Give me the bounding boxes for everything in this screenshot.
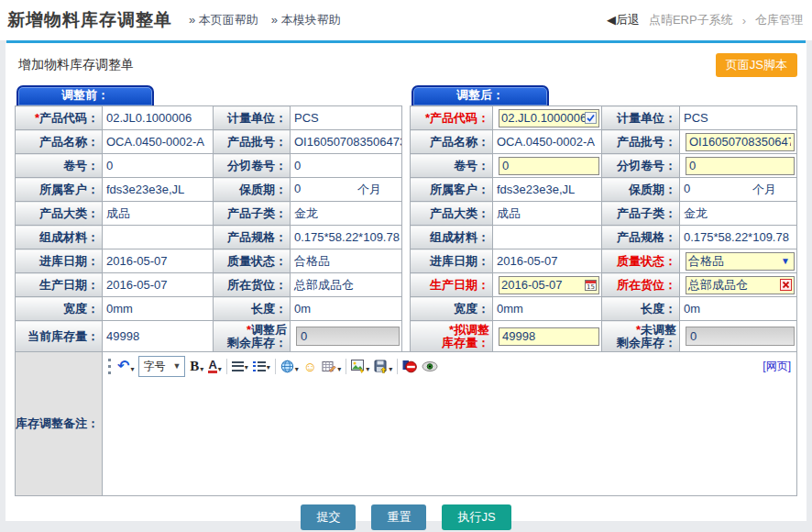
label-spec-after: 产品规格： [602, 226, 680, 249]
preview-eye-icon[interactable] [422, 360, 438, 372]
label-shelf-life: 保质期： [214, 178, 291, 202]
bold-icon[interactable]: B▾ [190, 360, 203, 373]
toolbar-separator [226, 359, 227, 374]
after-table: *产品代码： 计量单位： PCS 产品名称： OCA.0450-0002-A 产… [410, 105, 797, 352]
run-js-button[interactable]: 执行JS [442, 504, 510, 530]
value-category-after: 成品 [493, 202, 602, 226]
value-roll-no-after [493, 154, 602, 178]
remark-content-area[interactable] [103, 380, 796, 495]
help-page-link[interactable]: » 本页面帮助 [189, 12, 258, 28]
chevron-down-icon: ▼ [781, 256, 792, 266]
proposed-stock-input[interactable] [499, 327, 599, 346]
value-length-after: 0m [680, 297, 797, 321]
align-icon[interactable]: ▾ [232, 361, 248, 371]
value-proposed-stock [493, 321, 602, 352]
after-panel: 调整后： *产品代码： 计量单位： PCS 产品名称： O [410, 85, 797, 352]
value-width: 0mm [103, 297, 214, 321]
value-spec-after: 0.175*58.22*109.78 [680, 226, 797, 249]
svg-text:15: 15 [587, 283, 595, 291]
label-slit-roll-no-after: 分切卷号： [602, 154, 680, 178]
page-js-script-button[interactable]: 页面JS脚本 [716, 53, 797, 77]
label-subcategory: 产品子类： [214, 202, 291, 226]
label-batch-no-after: 产品批号： [602, 130, 680, 154]
location-input[interactable] [688, 278, 780, 293]
label-slit-roll-no: 分切卷号： [214, 154, 291, 178]
value-unit-after: PCS [680, 106, 797, 130]
label-category: 产品大类： [16, 202, 103, 226]
value-inbound-date-after: 2016-05-07 [493, 249, 602, 273]
value-production-date-after: 15 [493, 273, 602, 297]
value-roll-no: 0 [103, 154, 214, 178]
submit-button[interactable]: 提交 [301, 504, 356, 530]
toolbar-separator [346, 359, 346, 374]
slit-roll-no-input[interactable] [686, 157, 795, 175]
label-proposed-stock: *拟调整 库存量： [411, 321, 493, 352]
top-header: 新增物料库存调整单 » 本页面帮助 » 本模块帮助 ◀后退 点晴ERP子系统 ›… [0, 0, 812, 40]
reset-button[interactable]: 重置 [371, 504, 426, 530]
label-length: 长度： [214, 297, 291, 321]
batch-no-input[interactable] [686, 133, 795, 151]
label-roll-no: 卷号： [16, 154, 103, 178]
value-product-name: OCA.0450-0002-A [103, 130, 214, 154]
breadcrumb-system[interactable]: 点晴ERP子系统 [649, 12, 733, 28]
label-width: 宽度： [16, 297, 103, 321]
footer-buttons: 提交 重置 执行JS [15, 504, 797, 530]
calendar-icon[interactable]: 15 [585, 279, 597, 291]
unadjusted-remaining-input [686, 327, 795, 346]
no-entry-icon[interactable] [402, 360, 417, 373]
numbered-list-icon[interactable]: ▾ [253, 361, 270, 371]
value-shelf-life: 0个月 [291, 178, 402, 202]
label-quality-status-after: 质量状态： [602, 249, 680, 273]
label-material: 组成材料： [16, 226, 103, 249]
page-title: 新增物料库存调整单 [7, 8, 172, 32]
editor-toolbar: ↶▾ 字号▼ B▾ A▾ ▾ ▾ ▾ ☺ ▾ ▾ ▾ [网页] [103, 352, 796, 380]
label-length-after: 长度： [602, 297, 680, 321]
value-production-date: 2016-05-07 [103, 273, 214, 297]
label-production-date-after: 生产日期： [411, 273, 493, 297]
value-shelf-life-after: 0个月 [680, 178, 797, 202]
value-width-after: 0mm [493, 297, 602, 321]
remaining-after-input [296, 327, 400, 346]
label-product-code: *产品代码： [16, 106, 103, 130]
undo-icon[interactable]: ↶▾ [117, 359, 134, 373]
label-inbound-date: 进库日期： [16, 249, 103, 273]
label-location-after: 所在货位： [602, 273, 680, 297]
save-html-icon[interactable]: ▾ [374, 360, 392, 373]
main-card: 增加物料库存调整单 页面JS脚本 调整前： *产品代码： 02.JL0.1000… [5, 43, 807, 521]
help-module-link[interactable]: » 本模块帮助 [271, 12, 341, 28]
label-roll-no-after: 卷号： [411, 154, 493, 178]
font-size-select[interactable]: 字号▼ [138, 356, 185, 377]
value-quality-status-after: 合格品 ▼ [680, 249, 797, 273]
value-length: 0m [291, 297, 402, 321]
breadcrumb-module[interactable]: 仓库管理 [755, 12, 803, 28]
label-unit: 计量单位： [214, 106, 291, 130]
label-remaining-after: *调整后 剩余库存： [214, 321, 291, 352]
before-table: *产品代码： 02.JL0.1000006 计量单位： PCS 产品名称： OC… [15, 105, 402, 352]
hyperlink-globe-icon[interactable]: ▾ [280, 360, 299, 373]
production-date-input[interactable] [501, 278, 585, 293]
label-current-stock: 当前库存量： [16, 321, 103, 352]
label-material-after: 组成材料： [411, 226, 493, 249]
clear-location-icon[interactable] [780, 279, 792, 291]
label-customer-after: 所属客户： [411, 178, 493, 202]
back-link[interactable]: ◀后退 [607, 12, 640, 28]
emoticon-icon[interactable]: ☺ [303, 360, 317, 373]
webpage-mode-link[interactable]: [网页] [763, 359, 791, 374]
label-product-name: 产品名称： [16, 130, 103, 154]
font-color-icon[interactable]: A▾ [208, 360, 221, 373]
label-location: 所在货位： [214, 273, 291, 297]
value-location: 总部成品仓 [291, 273, 402, 297]
roll-no-input[interactable] [499, 157, 599, 175]
product-code-input[interactable] [501, 111, 585, 126]
label-product-code-after: *产品代码： [411, 106, 493, 130]
label-unit-after: 计量单位： [602, 106, 680, 130]
remark-editor: ↶▾ 字号▼ B▾ A▾ ▾ ▾ ▾ ☺ ▾ ▾ ▾ [网页] [103, 352, 796, 495]
value-category: 成品 [103, 202, 214, 226]
label-subcategory-after: 产品子类： [602, 202, 680, 226]
select-product-icon[interactable] [585, 112, 597, 124]
insert-image-icon[interactable]: ▾ [351, 360, 369, 373]
value-location-after [680, 273, 797, 297]
quality-status-select[interactable]: 合格品 ▼ [686, 252, 795, 271]
table-edit-icon[interactable]: ▾ [322, 360, 341, 373]
value-subcategory: 金龙 [291, 202, 402, 226]
